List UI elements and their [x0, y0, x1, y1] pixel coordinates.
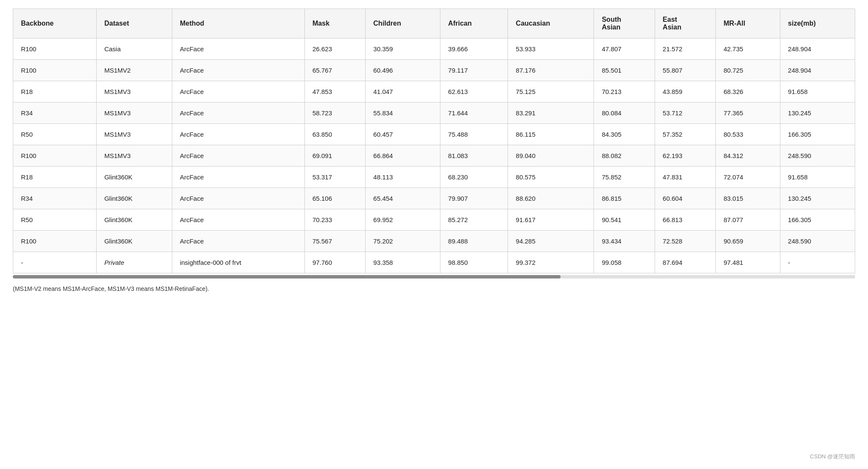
- col-size-mb: size(mb): [780, 9, 855, 38]
- cell-caucasian: 88.620: [508, 188, 594, 209]
- cell-backbone: R18: [13, 81, 97, 103]
- cell-mask: 47.853: [304, 81, 365, 103]
- cell-size_mb: 248.590: [780, 145, 855, 167]
- cell-size_mb: 248.904: [780, 60, 855, 81]
- cell-size_mb: 248.590: [780, 231, 855, 252]
- cell-caucasian: 89.040: [508, 145, 594, 167]
- cell-mr_all: 84.312: [716, 145, 780, 167]
- cell-size_mb: -: [780, 252, 855, 273]
- cell-backbone: R34: [13, 188, 97, 209]
- cell-caucasian: 91.617: [508, 209, 594, 231]
- cell-east_asian: 62.193: [655, 145, 715, 167]
- cell-backbone: R50: [13, 124, 97, 145]
- cell-caucasian: 94.285: [508, 231, 594, 252]
- cell-method: ArcFace: [172, 81, 304, 103]
- cell-south_asian: 70.213: [594, 81, 655, 103]
- cell-dataset: Glint360K: [96, 209, 172, 231]
- table-row: R100MS1MV2ArcFace65.76760.49679.11787.17…: [13, 60, 855, 81]
- col-dataset: Dataset: [96, 9, 172, 38]
- cell-mask: 65.767: [304, 60, 365, 81]
- table-row: R34Glint360KArcFace65.10665.45479.90788.…: [13, 188, 855, 209]
- cell-caucasian: 80.575: [508, 167, 594, 188]
- footnote: (MS1M-V2 means MS1M-ArcFace, MS1M-V3 mea…: [13, 285, 855, 292]
- cell-dataset: MS1MV2: [96, 60, 172, 81]
- cell-dataset: Casia: [96, 38, 172, 60]
- table-row: R18MS1MV3ArcFace47.85341.04762.61375.125…: [13, 81, 855, 103]
- cell-african: 81.083: [440, 145, 508, 167]
- cell-size_mb: 166.305: [780, 124, 855, 145]
- cell-east_asian: 53.712: [655, 103, 715, 124]
- cell-african: 75.488: [440, 124, 508, 145]
- cell-backbone: R100: [13, 60, 97, 81]
- cell-mask: 70.233: [304, 209, 365, 231]
- cell-south_asian: 99.058: [594, 252, 655, 273]
- table-row: R100CasiaArcFace26.62330.35939.66653.933…: [13, 38, 855, 60]
- cell-dataset: Private: [96, 252, 172, 273]
- cell-children: 93.358: [366, 252, 440, 273]
- table-row: R34MS1MV3ArcFace58.72355.83471.64483.291…: [13, 103, 855, 124]
- cell-size_mb: 91.658: [780, 81, 855, 103]
- scrollbar-thumb[interactable]: [13, 275, 561, 278]
- table-header-row: Backbone Dataset Method Mask Children Af…: [13, 9, 855, 38]
- cell-dataset: Glint360K: [96, 167, 172, 188]
- cell-caucasian: 53.933: [508, 38, 594, 60]
- cell-backbone: -: [13, 252, 97, 273]
- cell-east_asian: 47.831: [655, 167, 715, 188]
- cell-east_asian: 21.572: [655, 38, 715, 60]
- cell-caucasian: 75.125: [508, 81, 594, 103]
- data-table: Backbone Dataset Method Mask Children Af…: [13, 9, 855, 273]
- cell-east_asian: 55.807: [655, 60, 715, 81]
- cell-dataset: MS1MV3: [96, 124, 172, 145]
- watermark: CSDN @迷茫知雨: [810, 453, 855, 460]
- cell-size_mb: 130.245: [780, 103, 855, 124]
- cell-dataset: MS1MV3: [96, 103, 172, 124]
- table-row: R18Glint360KArcFace53.31748.11368.23080.…: [13, 167, 855, 188]
- table-row: R50Glint360KArcFace70.23369.95285.27291.…: [13, 209, 855, 231]
- cell-caucasian: 99.372: [508, 252, 594, 273]
- cell-south_asian: 75.852: [594, 167, 655, 188]
- cell-caucasian: 87.176: [508, 60, 594, 81]
- cell-dataset: Glint360K: [96, 188, 172, 209]
- col-african: African: [440, 9, 508, 38]
- col-backbone: Backbone: [13, 9, 97, 38]
- cell-south_asian: 88.082: [594, 145, 655, 167]
- cell-african: 85.272: [440, 209, 508, 231]
- cell-east_asian: 87.694: [655, 252, 715, 273]
- cell-african: 71.644: [440, 103, 508, 124]
- cell-method: ArcFace: [172, 124, 304, 145]
- cell-method: ArcFace: [172, 145, 304, 167]
- cell-mr_all: 77.365: [716, 103, 780, 124]
- cell-south_asian: 93.434: [594, 231, 655, 252]
- cell-mask: 63.850: [304, 124, 365, 145]
- table-row: -Privateinsightface-000 of frvt97.76093.…: [13, 252, 855, 273]
- col-south-asian: SouthAsian: [594, 9, 655, 38]
- col-mask: Mask: [304, 9, 365, 38]
- cell-method: ArcFace: [172, 60, 304, 81]
- cell-children: 55.834: [366, 103, 440, 124]
- cell-dataset: MS1MV3: [96, 81, 172, 103]
- cell-method: ArcFace: [172, 231, 304, 252]
- cell-south_asian: 84.305: [594, 124, 655, 145]
- table-container: Backbone Dataset Method Mask Children Af…: [13, 9, 855, 278]
- cell-east_asian: 57.352: [655, 124, 715, 145]
- cell-east_asian: 66.813: [655, 209, 715, 231]
- table-row: R100MS1MV3ArcFace69.09166.86481.08389.04…: [13, 145, 855, 167]
- cell-backbone: R100: [13, 231, 97, 252]
- cell-mask: 26.623: [304, 38, 365, 60]
- col-east-asian: EastAsian: [655, 9, 715, 38]
- cell-method: ArcFace: [172, 188, 304, 209]
- cell-east_asian: 72.528: [655, 231, 715, 252]
- cell-mask: 97.760: [304, 252, 365, 273]
- cell-size_mb: 130.245: [780, 188, 855, 209]
- cell-children: 75.202: [366, 231, 440, 252]
- cell-african: 79.117: [440, 60, 508, 81]
- horizontal-scrollbar[interactable]: [13, 275, 855, 278]
- table-row: R50MS1MV3ArcFace63.85060.45775.48886.115…: [13, 124, 855, 145]
- cell-mr_all: 83.015: [716, 188, 780, 209]
- cell-mask: 65.106: [304, 188, 365, 209]
- cell-dataset: Glint360K: [96, 231, 172, 252]
- cell-size_mb: 166.305: [780, 209, 855, 231]
- cell-backbone: R18: [13, 167, 97, 188]
- cell-method: ArcFace: [172, 167, 304, 188]
- cell-children: 65.454: [366, 188, 440, 209]
